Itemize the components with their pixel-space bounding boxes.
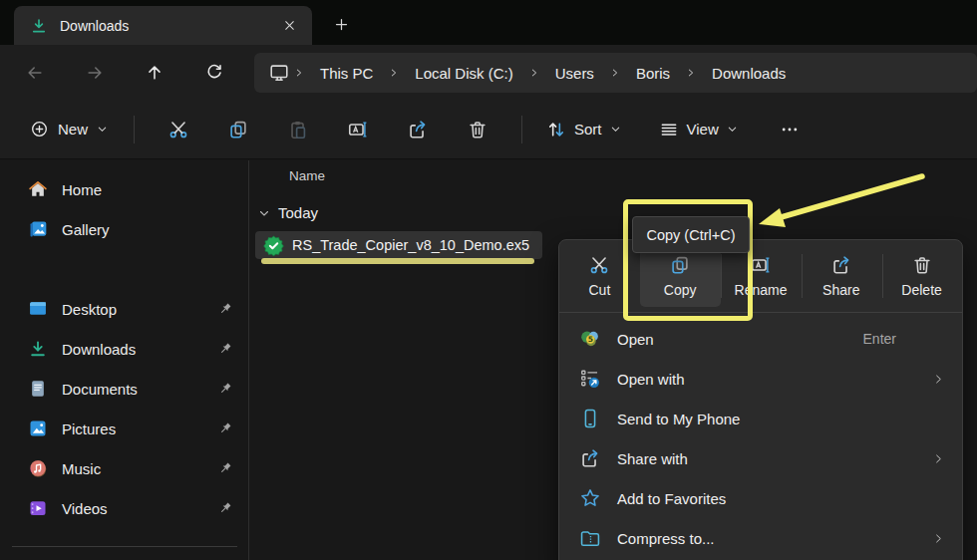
chevron-right-icon bbox=[932, 532, 944, 545]
pin-icon bbox=[217, 500, 233, 516]
ex5-file-icon bbox=[263, 235, 284, 256]
compress-zip-icon bbox=[578, 527, 602, 549]
open-with-icon bbox=[578, 368, 602, 390]
chevron-right-icon bbox=[606, 67, 624, 79]
file-row-selected[interactable]: RS_Trade_Copier_v8_10_Demo.ex5 bbox=[255, 231, 542, 259]
menu-item-add-to-favorites[interactable]: Add to Favorites bbox=[559, 478, 962, 518]
star-icon bbox=[578, 487, 602, 509]
pictures-icon bbox=[28, 419, 48, 438]
view-button[interactable]: View bbox=[649, 113, 748, 146]
this-pc-icon bbox=[268, 62, 290, 84]
forward-button[interactable] bbox=[78, 58, 112, 88]
delete-button[interactable] bbox=[456, 111, 499, 148]
pin-icon bbox=[217, 381, 233, 397]
copy-button[interactable] bbox=[216, 111, 260, 148]
tab-bar: Downloads bbox=[0, 0, 977, 45]
group-header-today[interactable]: Today bbox=[258, 204, 318, 221]
menu-item-list: 5 Open Enter bbox=[559, 313, 962, 558]
file-explorer-window: Downloads bbox=[0, 0, 977, 560]
column-header-name[interactable]: Name bbox=[289, 168, 325, 183]
chevron-down-icon bbox=[610, 124, 621, 135]
sort-button[interactable]: Sort bbox=[536, 113, 631, 146]
command-toolbar: New bbox=[0, 100, 977, 159]
annotation-arrow bbox=[750, 159, 929, 235]
download-icon bbox=[28, 339, 48, 359]
sidebar-item-label: Downloads bbox=[62, 341, 217, 358]
pin-icon bbox=[217, 460, 233, 476]
menu-item-share-with[interactable]: Share with bbox=[559, 438, 962, 478]
sidebar-item-pictures[interactable]: Pictures bbox=[6, 411, 243, 446]
menu-item-label: Add to Favorites bbox=[617, 490, 944, 507]
tab-downloads[interactable]: Downloads bbox=[14, 6, 312, 45]
context-menu: Cut Copy bbox=[558, 239, 963, 560]
sort-button-label: Sort bbox=[574, 121, 602, 138]
breadcrumb-local-disk[interactable]: Local Disk (C:) bbox=[403, 61, 524, 86]
chevron-right-icon bbox=[932, 452, 944, 465]
sidebar-item-label: Documents bbox=[62, 381, 217, 398]
up-button[interactable] bbox=[138, 58, 171, 88]
sidebar-item-gallery[interactable]: Gallery bbox=[6, 211, 243, 247]
menu-item-label: Open with bbox=[617, 371, 932, 388]
breadcrumb-users[interactable]: Users bbox=[543, 61, 606, 86]
sidebar-item-downloads[interactable]: Downloads bbox=[6, 331, 243, 367]
download-icon bbox=[30, 17, 48, 35]
delete-icon bbox=[911, 254, 933, 276]
address-bar[interactable]: This PC Local Disk (C:) Users Boris Down… bbox=[254, 53, 977, 93]
videos-icon bbox=[28, 498, 48, 518]
cut-icon bbox=[588, 254, 610, 276]
paste-button[interactable] bbox=[276, 111, 320, 148]
quick-action-delete[interactable]: Delete bbox=[881, 245, 962, 307]
share-button[interactable] bbox=[396, 111, 440, 148]
sidebar-divider bbox=[12, 546, 237, 547]
breadcrumb-boris[interactable]: Boris bbox=[624, 61, 682, 86]
rename-icon bbox=[347, 119, 369, 140]
sidebar-item-videos[interactable]: Videos bbox=[6, 490, 243, 526]
sidebar-item-music[interactable]: Music bbox=[6, 450, 243, 486]
menu-item-label: Open bbox=[617, 331, 863, 348]
rename-button[interactable] bbox=[336, 111, 380, 148]
back-button[interactable] bbox=[18, 58, 52, 88]
sidebar: Home Gallery bbox=[0, 160, 249, 560]
close-icon[interactable] bbox=[276, 13, 302, 39]
refresh-button[interactable] bbox=[197, 58, 231, 88]
quick-action-share[interactable]: Share bbox=[801, 245, 881, 307]
home-icon bbox=[28, 179, 48, 199]
more-options-button[interactable] bbox=[772, 111, 808, 148]
new-button[interactable]: New bbox=[18, 113, 120, 145]
ellipsis-icon bbox=[780, 120, 800, 140]
sidebar-item-desktop[interactable]: Desktop bbox=[6, 291, 243, 327]
music-icon bbox=[28, 458, 48, 478]
menu-item-open[interactable]: 5 Open Enter bbox=[559, 319, 962, 359]
new-tab-button[interactable] bbox=[326, 10, 356, 38]
view-icon bbox=[659, 120, 679, 140]
delete-icon bbox=[467, 119, 488, 140]
menu-item-send-to-phone[interactable]: Send to My Phone bbox=[559, 399, 962, 438]
gallery-icon bbox=[28, 219, 48, 239]
menu-item-open-with[interactable]: Open with bbox=[559, 359, 962, 399]
sidebar-item-home[interactable]: Home bbox=[6, 171, 243, 207]
sidebar-item-label: Pictures bbox=[62, 420, 217, 437]
toolbar-divider bbox=[521, 116, 522, 143]
plus-circle-icon bbox=[30, 120, 49, 139]
copy-icon bbox=[227, 119, 249, 140]
sidebar-item-label: Music bbox=[62, 460, 217, 477]
menu-item-compress-to[interactable]: Compress to... bbox=[559, 518, 962, 558]
breadcrumb-downloads[interactable]: Downloads bbox=[700, 61, 798, 86]
toolbar-divider bbox=[134, 116, 135, 143]
sort-icon bbox=[546, 120, 566, 140]
sidebar-item-label: Videos bbox=[62, 500, 217, 517]
sidebar-item-label: Desktop bbox=[62, 301, 217, 318]
sidebar-item-documents[interactable]: Documents bbox=[6, 371, 243, 407]
chevron-down-icon bbox=[258, 207, 270, 219]
chevron-right-icon bbox=[290, 67, 308, 79]
paste-icon bbox=[287, 119, 309, 140]
chevron-right-icon bbox=[385, 67, 403, 79]
cut-button[interactable] bbox=[157, 111, 200, 148]
desktop-icon bbox=[28, 299, 48, 319]
share-icon bbox=[407, 119, 429, 140]
share-icon bbox=[578, 447, 602, 469]
quick-action-label: Delete bbox=[901, 282, 941, 298]
breadcrumb-this-pc[interactable]: This PC bbox=[308, 61, 385, 86]
mt5-app-icon: 5 bbox=[578, 328, 602, 350]
chevron-right-icon bbox=[932, 373, 944, 386]
